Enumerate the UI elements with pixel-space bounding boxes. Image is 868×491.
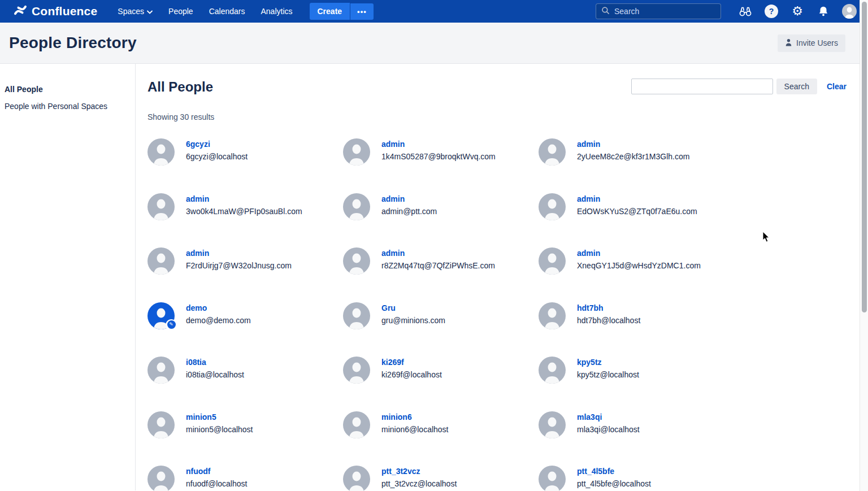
people-grid: ✎ 6gcyzi 6gcyzi@localhost: [147, 138, 868, 491]
user-avatar[interactable]: ✎: [539, 193, 566, 220]
user-avatar[interactable]: ✎: [539, 411, 566, 438]
user-avatar[interactable]: ✎: [539, 466, 566, 491]
user-avatar[interactable]: ✎: [343, 138, 370, 166]
directory-search-input[interactable]: [631, 79, 773, 94]
user-avatar[interactable]: ✎: [343, 411, 370, 438]
directory-sidebar: All People People with Personal Spaces: [0, 64, 136, 490]
person-name-link[interactable]: mla3qi: [577, 412, 640, 422]
nav-item-calendars[interactable]: Calendars: [209, 7, 245, 16]
person-name-link[interactable]: hdt7bh: [577, 303, 640, 312]
person-card: ✎ ptt_3t2vcz ptt_3t2vcz@localhost: [343, 466, 539, 491]
user-avatar[interactable]: ✎: [539, 302, 566, 329]
person-name-link[interactable]: admin: [577, 140, 689, 149]
person-card: ✎ ki269f ki269f@localhost: [343, 357, 539, 411]
person-name-link[interactable]: i08tia: [186, 358, 244, 367]
person-name-link[interactable]: Gru: [381, 303, 445, 312]
scrollbar[interactable]: [860, 0, 868, 491]
person-email: minion5@localhost: [186, 425, 253, 434]
user-avatar[interactable]: ✎: [147, 193, 175, 220]
person-name-link[interactable]: admin: [577, 194, 697, 203]
person-name-link[interactable]: nfuodf: [186, 467, 247, 476]
invite-users-button[interactable]: Invite Users: [778, 34, 845, 52]
person-name-link[interactable]: 6gcyzi: [186, 140, 248, 149]
person-card: ✎ minion5 minion5@localhost: [147, 411, 343, 466]
brand-name: Confluence: [32, 5, 97, 18]
person-card: ✎ ptt_4l5bfe ptt_4l5bfe@localhost: [539, 466, 734, 491]
person-card: ✎ admin 1k4mS05287@9broqktWvq.com: [343, 138, 539, 193]
person-card: ✎ Gru gru@minions.com: [343, 302, 539, 357]
directory-search-button[interactable]: Search: [776, 79, 817, 94]
person-email: i08tia@localhost: [186, 370, 244, 379]
person-email: mla3qi@localhost: [577, 425, 640, 434]
person-email: demo@demo.com: [186, 316, 251, 325]
user-avatar[interactable]: ✎: [147, 357, 175, 384]
person-name-link[interactable]: admin: [381, 194, 437, 203]
clear-link[interactable]: Clear: [827, 82, 847, 91]
global-search-input[interactable]: [614, 7, 715, 16]
nav-item-analytics[interactable]: Analytics: [261, 7, 292, 16]
person-name-link[interactable]: admin: [381, 140, 496, 149]
person-email: ptt_4l5bfe@localhost: [577, 479, 651, 488]
user-avatar[interactable]: ✎: [343, 357, 370, 384]
person-card: ✎ admin XneqGY1J5d@wHsdYzDMC1.com: [539, 247, 734, 302]
global-search[interactable]: [596, 3, 721, 19]
user-avatar[interactable]: ✎: [539, 247, 566, 275]
person-card: ✎ admin EdOWsKYuS2@ZTq0f7aE6u.com: [539, 193, 734, 248]
person-card: ✎ admin r8Z2Mq47tq@7QfZiPWhsE.com: [343, 247, 539, 302]
person-name-link[interactable]: minion6: [381, 412, 449, 422]
user-avatar[interactable]: ✎: [539, 138, 566, 166]
chevron-down-icon: [147, 7, 153, 16]
space-directory-icon[interactable]: [738, 4, 753, 19]
person-name-link[interactable]: admin: [577, 249, 701, 258]
user-avatar[interactable]: ✎: [343, 247, 370, 275]
person-name-link[interactable]: admin: [186, 194, 302, 203]
help-icon[interactable]: ?: [764, 4, 779, 19]
person-email: gru@minions.com: [381, 316, 445, 325]
results-count: Showing 30 results: [147, 112, 868, 121]
user-avatar[interactable]: ✎: [539, 357, 566, 384]
person-email: 1k4mS05287@9broqktWvq.com: [381, 152, 496, 161]
notifications-bell-icon[interactable]: [816, 4, 831, 19]
person-email: admin@ptt.com: [381, 207, 437, 216]
create-more-button[interactable]: •••: [350, 3, 374, 20]
person-email: minion6@localhost: [381, 425, 449, 434]
person-email: 2yUeeM8c2e@kf3r1M3Glh.com: [577, 152, 689, 161]
person-name-link[interactable]: admin: [186, 249, 292, 258]
profile-avatar[interactable]: [842, 4, 857, 19]
user-avatar[interactable]: ✎: [147, 138, 175, 166]
scrollbar-thumb[interactable]: [862, 2, 867, 312]
person-name-link[interactable]: admin: [381, 249, 495, 258]
user-avatar[interactable]: ✎: [147, 247, 175, 275]
person-card: ✎ mla3qi mla3qi@localhost: [539, 411, 734, 466]
create-button[interactable]: Create: [310, 3, 350, 20]
person-name-link[interactable]: demo: [186, 303, 251, 312]
person-name-link[interactable]: minion5: [186, 412, 253, 422]
user-avatar[interactable]: ✎: [343, 302, 370, 329]
person-name-link[interactable]: kpy5tz: [577, 358, 639, 367]
confluence-logo[interactable]: Confluence: [14, 3, 97, 19]
person-name-link[interactable]: ptt_3t2vcz: [381, 467, 457, 476]
person-email: hdt7bh@localhost: [577, 316, 640, 325]
person-card: ✎ minion6 minion6@localhost: [343, 411, 539, 466]
person-card: ✎ admin 2yUeeM8c2e@kf3r1M3Glh.com: [539, 138, 734, 193]
top-navigation: Confluence Spaces People Calendars Analy…: [0, 0, 868, 23]
settings-gear-icon[interactable]: ⚙: [790, 4, 805, 19]
person-name-link[interactable]: ptt_4l5bfe: [577, 467, 651, 476]
user-avatar[interactable]: ✎: [147, 411, 175, 438]
nav-item-spaces[interactable]: Spaces: [118, 7, 153, 16]
sidebar-item-all-people[interactable]: All People: [5, 81, 131, 98]
person-email: XneqGY1J5d@wHsdYzDMC1.com: [577, 261, 701, 270]
user-avatar[interactable]: ✎: [343, 466, 370, 491]
sidebar-item-personal-spaces[interactable]: People with Personal Spaces: [5, 98, 131, 115]
confluence-mark-icon: [14, 3, 27, 19]
person-name-link[interactable]: ki269f: [381, 358, 442, 367]
person-email: ki269f@localhost: [381, 370, 442, 379]
person-icon: [785, 38, 792, 48]
user-avatar[interactable]: ✎: [147, 302, 175, 329]
search-icon: [601, 6, 610, 17]
person-email: nfuodf@localhost: [186, 479, 247, 488]
person-email: ptt_3t2vcz@localhost: [381, 479, 457, 488]
user-avatar[interactable]: ✎: [147, 466, 175, 491]
user-avatar[interactable]: ✎: [343, 193, 370, 220]
nav-item-people[interactable]: People: [168, 7, 193, 16]
